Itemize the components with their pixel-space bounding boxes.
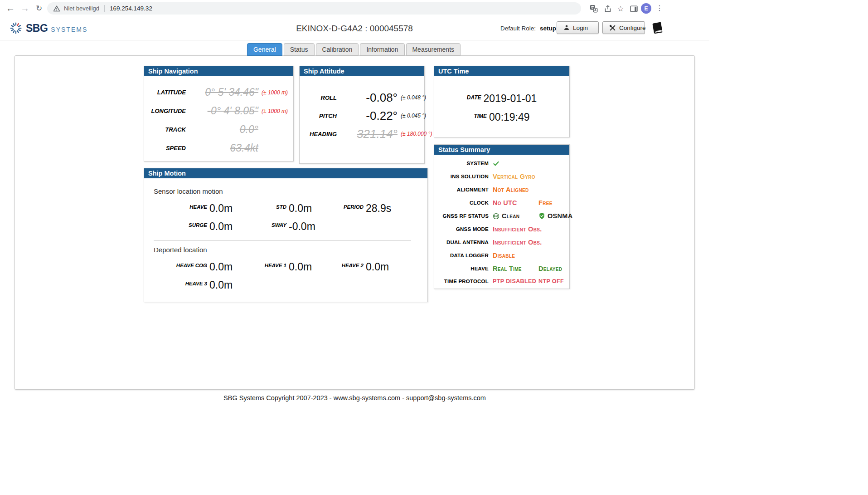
browser-profile-avatar[interactable]: E [641,3,651,14]
app-header: SBG SYSTEMS EKINOX-D-G4A2 : 000045578 De… [0,17,709,40]
content-container: Ship Navigation LATITUDE 0° 5' 34.46" (±… [15,55,695,390]
longitude-label: LONGITUDE [147,108,186,114]
clock-row: CLOCK No UTC Free [434,196,569,210]
user-icon [563,25,570,31]
ins-solution-value: Vertical Gyro [493,173,535,180]
default-role-label: Default Role: [500,25,536,32]
ins-solution-row: INS SOLUTION Vertical Gyro [434,170,569,183]
date-label: DATE [467,93,481,101]
longitude-value: -0° 4' 8.05" [186,105,258,117]
latitude-value: 0° 5' 34.46" [186,86,258,98]
alignment-value: Not Aligned [493,186,529,193]
longitude-row: LONGITUDE -0° 4' 8.05" (± 1000 m) [144,102,293,120]
sbg-logo: SBG SYSTEMS [9,21,87,35]
pitch-row: PITCH -0.22° (± 0.045 °) [300,107,424,125]
time-protocol-label: TIME PROTOCOL [434,279,489,284]
documentation-book-icon[interactable] [650,20,664,35]
track-label: TRACK [147,126,186,133]
main-tabs: General Status Calibration Information M… [247,43,462,56]
time-protocol-row: TIME PROTOCOL PTP DISABLED NTP OFF [434,275,569,288]
status-summary-title: Status Summary [434,145,569,155]
share-icon[interactable] [603,4,612,13]
login-button[interactable]: Login [557,21,599,34]
sensor-location-heading: Sensor location motion [154,187,421,195]
check-icon [493,160,499,167]
omnibox-divider [104,5,105,12]
sensor-motion-row-1: HEAVE 0.0m STD 0.0m PERIOD 28.9s [154,199,421,217]
roll-row: ROLL -0.08° (± 0.048 °) [300,88,424,107]
time-value: 00:19:49 [489,111,530,123]
address-bar[interactable]: Niet beveiligd 169.254.149.32 [47,2,581,15]
gnss-rf-status-label: GNSS RF STATUS [434,213,489,219]
alignment-label: ALIGNMENT [434,187,489,192]
heave-realtime-value: Real Time [493,265,538,272]
sensor-motion-row-2: SURGE 0.0m SWAY -0.0m [154,217,421,235]
gnss-mode-value: Insufficient Obs. [493,225,542,233]
heave-3-metric: HEAVE 3 0.0m [154,279,248,291]
clock-value-2: Free [538,199,553,206]
motion-divider [154,240,411,241]
surge-metric: SURGE 0.0m [154,221,248,232]
std-metric: STD 0.0m [248,202,328,214]
rf-broadcast-icon [493,213,499,220]
latitude-label: LATITUDE [147,89,186,96]
tab-calibration[interactable]: Calibration [315,43,359,56]
security-status-label: Niet beveiligd [64,5,99,12]
time-row: TIME 00:19:49 [434,111,569,130]
side-panel-icon[interactable] [629,4,638,13]
default-role: Default Role:setup [500,25,556,32]
tab-information[interactable]: Information [360,43,404,56]
heading-accuracy: (± 180.000 °) [401,131,432,137]
data-logger-label: DATA LOGGER [434,253,489,258]
heave-delayed-value: Delayed [538,265,562,272]
ship-attitude-title: Ship Attitude [300,66,424,76]
time-label: TIME [474,111,487,119]
speed-label: SPEED [147,145,186,152]
heave-1-metric: HEAVE 1 0.0m [248,261,328,273]
utc-time-title: UTC Time [434,66,569,76]
data-logger-row: DATA LOGGER Disable [434,249,569,262]
browser-menu-icon[interactable]: ⋮ [656,4,663,12]
tab-status[interactable]: Status [284,43,315,56]
deported-row-2: HEAVE 3 0.0m [154,276,421,294]
browser-back-button[interactable]: ← [4,1,17,15]
heave-status-label: HEAVE [434,266,489,271]
heading-row: HEADING 321.14° (± 180.000 °) [300,125,424,143]
speed-row: SPEED 63.4kt [144,139,293,157]
roll-value: -0.08° [337,91,398,105]
heave-2-metric: HEAVE 2 0.0m [328,261,418,273]
gnss-rf-status-row: GNSS RF STATUS Clean OSNMA [434,210,569,223]
configure-button[interactable]: Configure [602,21,645,34]
brand-suffix: SYSTEMS [51,24,87,33]
page-title: EKINOX-D-G4A2 : 000045578 [296,24,413,34]
tab-general[interactable]: General [247,43,282,56]
date-value: 2019-01-01 [484,93,537,105]
dual-antenna-row: DUAL ANTENNA Insufficient Obs. [434,235,569,249]
ins-solution-label: INS SOLUTION [434,174,489,179]
osnma-value: OSNMA [548,212,572,220]
roll-label: ROLL [302,94,337,101]
roll-accuracy: (± 0.048 °) [401,94,426,101]
speed-value: 63.4kt [186,142,258,154]
translate-icon[interactable] [589,4,598,13]
bookmark-star-icon[interactable]: ☆ [616,4,625,13]
browser-reload-button[interactable]: ↻ [32,1,46,15]
gnss-rf-status-value: Clean [502,212,519,220]
url-text: 169.254.149.32 [110,5,152,12]
tab-measurements[interactable]: Measurements [406,43,461,56]
heave-cog-metric: HEAVE COG 0.0m [154,261,248,273]
system-status-row: SYSTEM [434,157,569,170]
ship-navigation-title: Ship Navigation [144,66,293,76]
heave-status-row: HEAVE Real Time Delayed [434,262,569,275]
track-row: TRACK 0.0° [144,120,293,139]
tools-icon [609,25,616,31]
browser-forward-button[interactable]: → [18,1,32,15]
alignment-row: ALIGNMENT Not Aligned [434,183,569,196]
login-button-label: Login [573,25,588,31]
heave-metric: HEAVE 0.0m [154,202,248,214]
ship-attitude-panel: Ship Attitude ROLL -0.08° (± 0.048 °) PI… [299,66,425,164]
track-value: 0.0° [186,123,258,136]
ntp-value: NTP OFF [538,278,564,284]
pitch-accuracy: (± 0.045 °) [401,113,426,119]
system-label: SYSTEM [434,161,489,166]
